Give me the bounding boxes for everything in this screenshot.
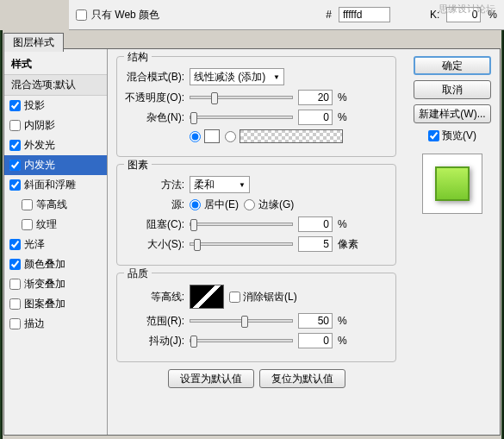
set-default-button[interactable]: 设置为默认值: [168, 369, 254, 388]
style-item-label: 图案叠加: [24, 297, 65, 311]
style-item-label: 颜色叠加: [24, 257, 65, 272]
method-label: 方法:: [124, 178, 184, 192]
contour-label: 等高线:: [124, 290, 184, 304]
style-item-3[interactable]: 内发光: [4, 155, 107, 175]
source-edge-radio[interactable]: 边缘(G): [244, 198, 294, 212]
web-only-checkbox[interactable]: 只有 Web 颜色: [76, 8, 159, 22]
dialog-tab[interactable]: 图层样式: [3, 33, 64, 52]
ok-button[interactable]: 确定: [414, 56, 491, 75]
style-item-label: 渐变叠加: [24, 277, 65, 292]
contour-picker[interactable]: [190, 285, 224, 309]
choke-label: 阻塞(C):: [124, 217, 184, 232]
noise-label: 杂色(N):: [124, 110, 184, 125]
blend-mode-select[interactable]: 线性减淡 (添加): [190, 68, 284, 85]
method-select[interactable]: 柔和: [190, 176, 250, 193]
style-item-label: 内发光: [24, 158, 55, 172]
blending-options-header[interactable]: 混合选项:默认: [4, 75, 107, 96]
preview-swatch-icon: [435, 166, 470, 201]
new-style-button[interactable]: 新建样式(W)...: [414, 104, 491, 123]
range-input[interactable]: [298, 313, 333, 329]
style-item-label: 等高线: [36, 198, 67, 212]
quality-group: 品质 等高线: 消除锯齿(L) 范围(R): % 抖动(J): %: [116, 273, 396, 362]
style-item-label: 投影: [24, 98, 45, 113]
layer-style-dialog: 样式 混合选项:默认 投影内阴影外发光内发光斜面和浮雕等高线纹理光泽颜色叠加渐变…: [3, 48, 501, 436]
style-item-label: 外发光: [24, 138, 55, 153]
style-item-5[interactable]: 等高线: [4, 195, 107, 215]
style-item-label: 光泽: [24, 237, 45, 252]
source-label: 源:: [124, 198, 184, 212]
source-center-radio[interactable]: 居中(E): [190, 198, 239, 212]
jitter-slider[interactable]: [190, 339, 293, 342]
hex-input[interactable]: [339, 7, 390, 22]
style-item-9[interactable]: 渐变叠加: [4, 274, 107, 294]
range-label: 范围(R):: [124, 314, 184, 329]
style-item-label: 内阴影: [24, 118, 55, 133]
preview-checkbox[interactable]: 预览(V): [428, 129, 476, 143]
choke-input[interactable]: [298, 216, 333, 232]
style-item-2[interactable]: 外发光: [4, 135, 107, 155]
style-item-label: 斜面和浮雕: [24, 178, 76, 192]
color-source-gradient[interactable]: [225, 129, 343, 143]
preview-thumbnail: [422, 154, 482, 214]
cancel-button[interactable]: 取消: [414, 80, 491, 99]
styles-list: 样式 混合选项:默认 投影内阴影外发光内发光斜面和浮雕等高线纹理光泽颜色叠加渐变…: [4, 49, 108, 435]
size-slider[interactable]: [190, 242, 293, 246]
style-item-7[interactable]: 光泽: [4, 235, 107, 254]
jitter-input[interactable]: [298, 333, 333, 348]
elements-group: 图素 方法: 柔和 源: 居中(E) 边缘(G) 阻塞(C): % 大小(S):…: [116, 164, 396, 266]
styles-header[interactable]: 样式: [4, 54, 107, 75]
noise-input[interactable]: [298, 110, 333, 125]
structure-group: 结构 混合模式(B): 线性减淡 (添加) 不透明度(O): % 杂色(N): …: [116, 56, 396, 157]
style-item-8[interactable]: 颜色叠加: [4, 254, 107, 274]
style-item-1[interactable]: 内阴影: [4, 116, 107, 135]
style-item-4[interactable]: 斜面和浮雕: [4, 175, 107, 195]
settings-panel: 结构 混合模式(B): 线性减淡 (添加) 不透明度(O): % 杂色(N): …: [108, 49, 405, 435]
style-item-label: 纹理: [36, 217, 57, 232]
opacity-input[interactable]: [298, 90, 333, 105]
opacity-slider[interactable]: [190, 96, 293, 99]
choke-slider[interactable]: [190, 223, 293, 226]
size-label: 大小(S):: [124, 237, 184, 252]
size-input[interactable]: [298, 236, 333, 252]
style-item-10[interactable]: 图案叠加: [4, 294, 107, 314]
style-item-11[interactable]: 描边: [4, 314, 107, 334]
blend-mode-label: 混合模式(B):: [124, 70, 184, 85]
anti-alias-checkbox[interactable]: 消除锯齿(L): [229, 290, 297, 304]
hash-label: #: [326, 9, 332, 21]
opacity-label: 不透明度(O):: [124, 91, 184, 105]
style-item-0[interactable]: 投影: [4, 96, 107, 116]
range-slider[interactable]: [190, 319, 293, 323]
watermark: 思缘设计论坛: [439, 3, 495, 16]
jitter-label: 抖动(J):: [124, 334, 184, 348]
style-item-6[interactable]: 纹理: [4, 215, 107, 235]
reset-default-button[interactable]: 复位为默认值: [259, 369, 345, 388]
noise-slider[interactable]: [190, 116, 293, 119]
color-source-solid[interactable]: [190, 129, 220, 143]
right-panel: 确定 取消 新建样式(W)... 预览(V): [405, 49, 500, 435]
style-item-label: 描边: [24, 317, 45, 331]
